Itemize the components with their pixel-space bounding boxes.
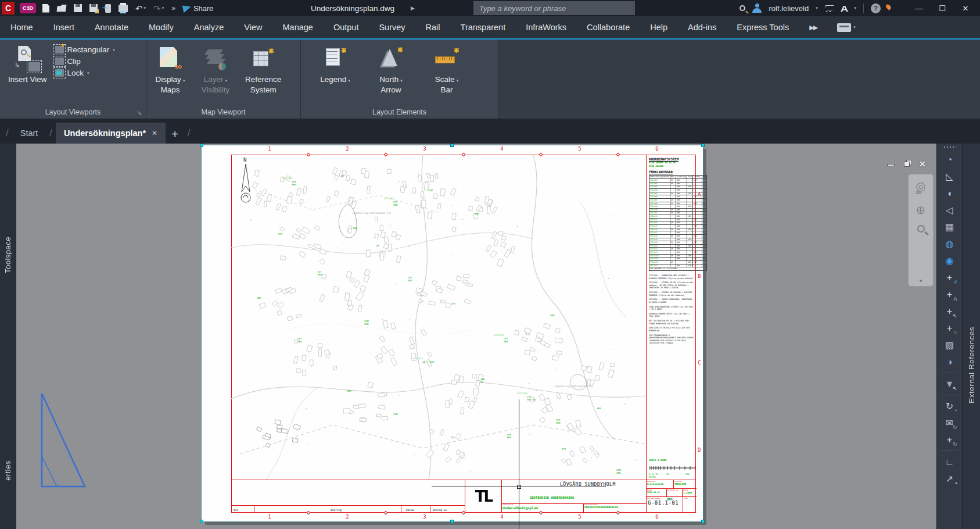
ribbon-tab-manage[interactable]: Manage	[283, 23, 313, 32]
civil3d-app-icon[interactable]: C	[2, 2, 15, 15]
navigation-wheel-icon[interactable]: ◎	[916, 180, 925, 192]
pointcloud-hash-icon[interactable]: +#	[942, 270, 957, 285]
legend-button[interactable]: Legend▾	[317, 43, 353, 86]
qat-more-button[interactable]: »	[170, 1, 177, 15]
filter-select-icon[interactable]: ▼↖	[942, 377, 957, 391]
ribbon-tab-express-tools[interactable]: Express Tools	[737, 23, 789, 32]
display-maps-caret-icon[interactable]: ▾	[183, 78, 185, 83]
pointcloud-a-icon[interactable]: +A	[942, 287, 957, 302]
username[interactable]: rolf.lelieveld	[769, 4, 809, 13]
panel-title-layout-viewports[interactable]: Layout Viewports ↘	[0, 106, 146, 119]
ribbon-tab-analyze[interactable]: Analyze	[194, 23, 224, 32]
viewport-grip[interactable]	[701, 520, 705, 523]
viewport-grip[interactable]	[450, 144, 454, 147]
frame-toggle-icon[interactable]: ▨	[942, 338, 957, 352]
map-image-icon[interactable]: ◍	[942, 237, 957, 251]
reference-system-button[interactable]: ReferenceSystem	[243, 43, 283, 96]
ribbon-tab-transparent[interactable]: Transparent	[461, 23, 506, 32]
ribbon-display-caret-icon[interactable]: ▾	[853, 25, 856, 30]
toolbar-grip[interactable]	[943, 146, 956, 149]
ribbon-tab-rail[interactable]: Rail	[426, 23, 440, 32]
redo-caret-icon[interactable]: ▾	[162, 6, 164, 10]
scale-bar-button[interactable]: Scale▾Bar	[429, 43, 465, 96]
search-icon[interactable]	[740, 5, 745, 11]
ribbon-tab-modify[interactable]: Modify	[149, 23, 174, 32]
north-arrow-caret-icon[interactable]: ▾	[400, 78, 403, 83]
zoom-to-reference-icon[interactable]: +○	[942, 321, 957, 335]
help-search-input[interactable]	[473, 1, 635, 15]
ribbon-tab-add-ins[interactable]: Add-ins	[688, 23, 716, 32]
navigation-bar[interactable]: ◎ 2D ⊕ ▾	[908, 174, 934, 287]
redo-button[interactable]: ↷▾	[152, 1, 165, 15]
viewport-grip[interactable]	[200, 144, 203, 147]
corner-snap-icon[interactable]: ∟	[942, 455, 957, 469]
plot-button[interactable]	[117, 1, 129, 15]
user-avatar-icon[interactable]	[752, 3, 762, 13]
ribbon-tab-survey[interactable]: Survey	[379, 23, 405, 32]
tab-undersokningsplan[interactable]: Undersökningsplan* ✕	[56, 123, 166, 144]
adjust-reference-icon[interactable]: ◑	[942, 355, 957, 369]
viewport-grip[interactable]	[701, 144, 705, 147]
window-maximize-button[interactable]: ☐	[938, 4, 946, 13]
viewport-grip[interactable]	[200, 520, 203, 523]
navbar-caret-icon[interactable]: ▾	[920, 278, 922, 284]
drawing-restore-button[interactable]	[902, 159, 914, 168]
zoom-icon[interactable]	[917, 225, 925, 233]
orbit-reference-icon[interactable]: ↻•	[942, 399, 957, 413]
attach-dwf-icon[interactable]: ◖	[942, 186, 957, 201]
autodesk-caret-icon[interactable]: ▾	[854, 6, 856, 10]
save-as-button[interactable]	[88, 1, 99, 15]
share-button[interactable]: Share	[182, 1, 215, 15]
autodesk-logo-icon[interactable]: A	[840, 3, 848, 13]
pan-icon[interactable]: ⊕	[916, 204, 926, 216]
window-minimize-button[interactable]: —	[915, 4, 923, 13]
ribbon-tab-overflow-icon[interactable]: ▶▶	[809, 24, 817, 31]
undo-caret-icon[interactable]: ▾	[144, 6, 146, 10]
undo-button[interactable]: ↶▾	[134, 1, 147, 15]
rectangular-viewport-button[interactable]: Rectangular▾	[55, 45, 115, 54]
insert-view-button[interactable]: ↳ Insert View	[6, 43, 49, 86]
panel-launcher-icon[interactable]: ↘	[137, 109, 142, 116]
ribbon-tab-view[interactable]: View	[244, 23, 262, 32]
legend-caret-icon[interactable]: ▾	[348, 78, 350, 83]
attach-dwg-icon[interactable]: ◔	[942, 152, 957, 167]
external-references-tab[interactable]: External References	[967, 327, 976, 403]
ribbon-display-toggle[interactable]: ▾	[837, 23, 856, 32]
ribbon-tab-annotate[interactable]: Annotate	[95, 23, 128, 32]
clip-viewport-button[interactable]: Clip	[55, 57, 115, 66]
ribbon-tab-output[interactable]: Output	[333, 23, 359, 32]
ribbon-tab-home[interactable]: Home	[10, 23, 33, 32]
rectangular-caret-icon[interactable]: ▾	[113, 48, 115, 52]
toolspace-tab[interactable]: Toolspace	[3, 237, 12, 273]
properties-tab-partial[interactable]: erties	[3, 460, 12, 481]
lock-viewport-button[interactable]: Lock▾	[55, 69, 115, 77]
new-drawing-tab-button[interactable]: +	[166, 128, 184, 144]
scale-bar-caret-icon[interactable]: ▾	[457, 78, 459, 83]
tab-close-icon[interactable]: ✕	[152, 129, 157, 137]
panel-title-layout-elements[interactable]: Layout Elements	[301, 106, 498, 119]
attach-image-icon[interactable]: ◺	[942, 169, 957, 184]
drawing-minimize-button[interactable]	[885, 159, 897, 168]
panel-title-map-viewport[interactable]: Map Viewport	[146, 106, 300, 119]
open-file-button[interactable]	[56, 1, 67, 15]
ribbon-tab-collaborate[interactable]: Collaborate	[587, 23, 630, 32]
window-close-button[interactable]: ✕	[961, 4, 970, 13]
viewport-grip[interactable]	[450, 520, 454, 523]
ribbon-tab-insert[interactable]: Insert	[53, 23, 74, 32]
select-reference-icon[interactable]: +↖	[942, 304, 957, 319]
lock-caret-icon[interactable]: ▾	[87, 71, 89, 76]
north-arrow-button[interactable]: North▾Arrow	[373, 43, 409, 96]
user-caret-icon[interactable]: ▾	[816, 6, 818, 10]
save-button[interactable]	[73, 1, 83, 15]
leader-arrow-icon[interactable]: ↗▪	[942, 471, 957, 486]
title-expand-icon[interactable]: ▶	[411, 5, 415, 11]
tab-start[interactable]: Start	[12, 123, 46, 144]
layout-paper[interactable]: 112233445566ABCD N VIM SKR25TL012GVCPT S…	[202, 145, 703, 521]
display-maps-button[interactable]: ∞ Display▾Maps	[152, 43, 188, 96]
open-from-mobile-button[interactable]	[104, 1, 112, 15]
mail-reference-icon[interactable]: ✉↻	[942, 416, 957, 430]
web-map-icon[interactable]: ◉	[942, 253, 957, 268]
drawing-close-button[interactable]: ✕	[919, 159, 931, 168]
attach-layout-icon[interactable]: ▦	[942, 220, 957, 234]
new-file-button[interactable]	[41, 1, 51, 15]
